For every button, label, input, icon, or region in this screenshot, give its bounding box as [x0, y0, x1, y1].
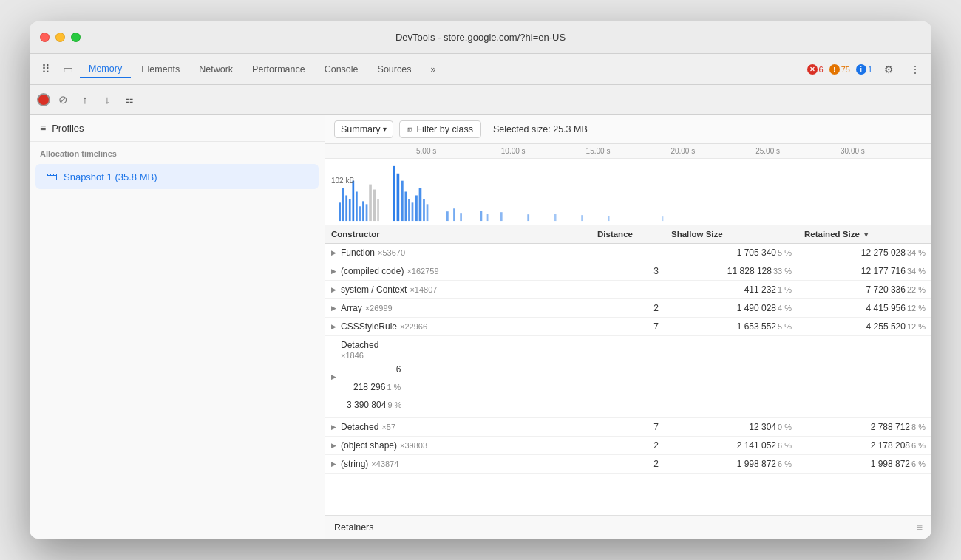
download-icon[interactable]: ↓: [98, 90, 117, 109]
summary-label: Summary: [341, 124, 380, 134]
td-constructor-0: ▶ Function ×53670: [325, 244, 591, 262]
tick-25s: 25.00 s: [755, 147, 780, 155]
sort-icon: ▼: [863, 231, 870, 239]
td-shallow-0: 1 705 340 5 %: [665, 244, 798, 262]
sidebar: ≡ Profiles Allocation timelines 🗃 Snapsh…: [30, 115, 325, 539]
warning-badge[interactable]: ! 75: [829, 64, 850, 75]
svg-rect-32: [662, 216, 664, 221]
td-shallow-4: 1 653 552 5 %: [665, 318, 798, 335]
traffic-lights: [40, 33, 81, 42]
minimize-button[interactable]: [55, 33, 65, 42]
device-icon[interactable]: ▭: [58, 59, 78, 80]
devtools-window: DevTools - store.google.com/?hl=en-US ⠿ …: [30, 21, 931, 539]
warning-count: 75: [841, 65, 850, 74]
svg-rect-3: [349, 199, 351, 221]
record-icon[interactable]: [37, 93, 50, 106]
td-distance-8: 2: [591, 455, 665, 473]
svg-rect-5: [356, 192, 358, 222]
table-container[interactable]: Constructor Distance Shallow Size Retain…: [325, 225, 931, 515]
expand-icon[interactable]: ▶: [331, 286, 336, 293]
error-icon: ✕: [807, 64, 818, 75]
expand-icon[interactable]: ▶: [331, 267, 336, 275]
td-retained-5: 3 390 804 9 %: [341, 396, 407, 414]
info-count: 1: [868, 65, 872, 74]
table-row[interactable]: ▶ (object shape) ×39803 2 2 141 052 6 % …: [325, 437, 931, 455]
expand-icon[interactable]: ▶: [331, 304, 336, 312]
svg-rect-18: [415, 195, 418, 221]
expand-icon[interactable]: ▶: [331, 442, 336, 449]
svg-rect-14: [401, 181, 404, 221]
th-constructor: Constructor: [325, 225, 591, 243]
tab-more[interactable]: »: [421, 61, 444, 78]
expand-icon[interactable]: ▶: [331, 423, 336, 431]
svg-rect-12: [393, 166, 395, 221]
tab-network[interactable]: Network: [190, 61, 242, 78]
td-retained-2: 7 720 336 22 %: [798, 281, 931, 298]
td-constructor-7: ▶ (object shape) ×39803: [325, 437, 591, 454]
table-header: Constructor Distance Shallow Size Retain…: [325, 225, 931, 244]
svg-rect-31: [608, 216, 610, 221]
expand-icon[interactable]: ▶: [331, 460, 336, 468]
svg-rect-22: [446, 211, 449, 221]
td-constructor-1: ▶ (compiled code) ×162759: [325, 262, 591, 280]
svg-rect-19: [419, 188, 422, 221]
table-row[interactable]: ▶ Detached ×1846 6 218 296 1 % 3 390 804…: [325, 336, 931, 418]
td-distance-5: 6: [341, 361, 407, 378]
svg-rect-29: [554, 214, 557, 221]
error-badge[interactable]: ✕ 6: [807, 64, 824, 75]
profiles-icon: ≡: [40, 122, 46, 134]
td-distance-7: 2: [591, 437, 665, 454]
filter-bar: Summary ▾ ⧈ Filter by class Selected siz…: [325, 115, 931, 144]
maximize-button[interactable]: [71, 33, 81, 42]
expand-icon[interactable]: ▶: [331, 323, 336, 330]
td-retained-3: 4 415 956 12 %: [798, 299, 931, 317]
td-constructor-2: ▶ system / Context ×14807: [325, 281, 591, 298]
table-row[interactable]: ▶ Array ×26999 2 1 490 028 4 % 4 415 956…: [325, 299, 931, 318]
tab-elements[interactable]: Elements: [132, 61, 189, 78]
titlebar: DevTools - store.google.com/?hl=en-US: [30, 21, 931, 54]
secondary-toolbar: ⊘ ↑ ↓ ⚏: [30, 85, 931, 115]
tab-sources[interactable]: Sources: [369, 61, 421, 78]
snapshot-item[interactable]: 🗃 Snapshot 1 (35.8 MB): [35, 164, 319, 189]
td-retained-0: 12 275 028 34 %: [798, 244, 931, 262]
tick-20s: 20.00 s: [670, 147, 695, 155]
kb-label: 102 kB: [331, 177, 354, 185]
tick-15s: 15.00 s: [586, 147, 611, 155]
snapshot-icon: 🗃: [46, 170, 58, 183]
svg-rect-4: [352, 181, 354, 221]
table-row[interactable]: ▶ (string) ×43874 2 1 998 872 6 % 1 998 …: [325, 455, 931, 474]
td-shallow-8: 1 998 872 6 %: [665, 455, 798, 473]
summary-dropdown[interactable]: Summary ▾: [334, 120, 393, 138]
tab-performance[interactable]: Performance: [243, 61, 314, 78]
clear-icon[interactable]: ⚏: [120, 90, 139, 109]
window-title: DevTools - store.google.com/?hl=en-US: [395, 32, 566, 43]
close-button[interactable]: [40, 33, 50, 42]
svg-rect-17: [412, 202, 414, 221]
timeline-chart: 102 kB: [325, 159, 931, 225]
expand-icon[interactable]: ▶: [331, 373, 336, 380]
svg-rect-28: [527, 214, 529, 221]
table-row[interactable]: ▶ CSSStyleRule ×22966 7 1 653 552 5 % 4 …: [325, 318, 931, 336]
info-badge[interactable]: i 1: [856, 64, 872, 75]
settings-icon[interactable]: ⚙: [878, 59, 899, 80]
td-distance-4: 7: [591, 318, 665, 335]
upload-icon[interactable]: ↑: [75, 90, 95, 109]
td-distance-0: –: [591, 244, 665, 262]
table-row[interactable]: ▶ (compiled code) ×162759 3 11 828 128 3…: [325, 262, 931, 281]
filter-by-class-button[interactable]: ⧈ Filter by class: [399, 120, 480, 138]
table-body: ▶ Function ×53670 – 1 705 340 5 % 12 275…: [325, 244, 931, 474]
table-row[interactable]: ▶ Detached ×57 7 12 304 0 % 2 788 712 8 …: [325, 418, 931, 437]
td-constructor-6: ▶ Detached ×57: [325, 418, 591, 436]
svg-rect-1: [342, 188, 344, 221]
tab-console[interactable]: Console: [316, 61, 367, 78]
svg-rect-0: [339, 202, 341, 221]
table-row[interactable]: ▶ system / Context ×14807 – 411 232 1 % …: [325, 281, 931, 299]
svg-rect-23: [453, 208, 455, 221]
more-options-icon[interactable]: ⋮: [905, 59, 926, 80]
expand-icon[interactable]: ▶: [331, 249, 336, 256]
inspect-icon[interactable]: ⠿: [35, 59, 56, 80]
stop-icon[interactable]: ⊘: [53, 90, 72, 109]
table-row[interactable]: ▶ Function ×53670 – 1 705 340 5 % 12 275…: [325, 244, 931, 262]
tab-memory[interactable]: Memory: [80, 61, 131, 78]
timeline-area[interactable]: 5.00 s 10.00 s 15.00 s 20.00 s 25.00 s 3…: [325, 144, 931, 225]
